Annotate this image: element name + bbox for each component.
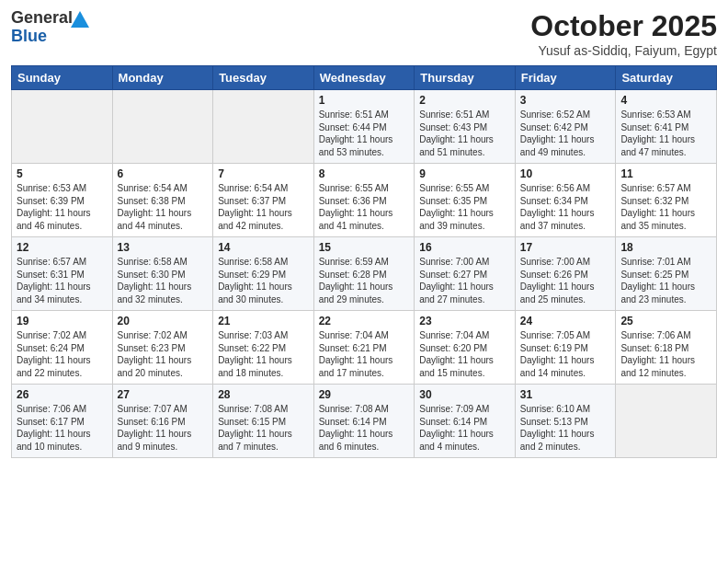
day-number: 23 [419,315,510,327]
week-row-4: 19Sunrise: 7:02 AM Sunset: 6:24 PM Dayli… [12,311,717,385]
day-number: 4 [620,94,711,107]
day-number: 16 [419,241,510,254]
day-number: 31 [520,388,611,401]
day-cell [112,90,213,164]
week-row-1: 1Sunrise: 6:51 AM Sunset: 6:44 PM Daylig… [12,90,717,164]
day-number: 27 [118,388,209,401]
day-info: Sunrise: 6:57 AM Sunset: 6:32 PM Dayligh… [620,183,695,231]
day-info: Sunrise: 6:58 AM Sunset: 6:30 PM Dayligh… [118,257,192,304]
day-info: Sunrise: 7:05 AM Sunset: 6:19 PM Dayligh… [520,330,595,378]
day-info: Sunrise: 6:56 AM Sunset: 6:34 PM Dayligh… [520,183,595,231]
day-cell: 16Sunrise: 7:00 AM Sunset: 6:27 PM Dayli… [415,237,516,311]
day-cell: 7Sunrise: 6:54 AM Sunset: 6:37 PM Daylig… [213,164,314,237]
day-info: Sunrise: 7:07 AM Sunset: 6:16 PM Dayligh… [118,404,192,452]
day-info: Sunrise: 7:08 AM Sunset: 6:15 PM Dayligh… [218,404,292,452]
day-info: Sunrise: 7:04 AM Sunset: 6:20 PM Dayligh… [419,330,494,378]
day-number: 5 [17,167,108,180]
day-info: Sunrise: 6:54 AM Sunset: 6:37 PM Dayligh… [218,183,292,231]
day-cell: 30Sunrise: 7:09 AM Sunset: 6:14 PM Dayli… [415,385,516,458]
day-cell: 19Sunrise: 7:02 AM Sunset: 6:24 PM Dayli… [12,311,113,385]
day-cell [12,90,113,164]
day-cell: 12Sunrise: 6:57 AM Sunset: 6:31 PM Dayli… [12,237,113,311]
day-number: 17 [520,241,611,254]
day-cell: 8Sunrise: 6:55 AM Sunset: 6:36 PM Daylig… [313,164,415,237]
day-number: 25 [620,315,711,327]
day-info: Sunrise: 7:00 AM Sunset: 6:26 PM Dayligh… [520,257,595,304]
day-info: Sunrise: 7:08 AM Sunset: 6:14 PM Dayligh… [319,404,393,452]
week-row-5: 26Sunrise: 7:06 AM Sunset: 6:17 PM Dayli… [12,385,717,458]
week-row-2: 5Sunrise: 6:53 AM Sunset: 6:39 PM Daylig… [12,164,717,237]
day-cell: 27Sunrise: 7:07 AM Sunset: 6:16 PM Dayli… [112,385,213,458]
day-number: 9 [419,167,510,180]
day-cell: 25Sunrise: 7:06 AM Sunset: 6:18 PM Dayli… [616,311,717,385]
day-cell: 3Sunrise: 6:52 AM Sunset: 6:42 PM Daylig… [515,90,616,164]
day-cell: 18Sunrise: 7:01 AM Sunset: 6:25 PM Dayli… [616,237,717,311]
day-number: 14 [218,241,309,254]
day-cell: 21Sunrise: 7:03 AM Sunset: 6:22 PM Dayli… [213,311,314,385]
day-cell: 14Sunrise: 6:58 AM Sunset: 6:29 PM Dayli… [213,237,314,311]
page-container: General Blue October 2025 Yusuf as-Siddi… [0,0,728,467]
logo: General Blue [11,9,73,46]
day-info: Sunrise: 6:55 AM Sunset: 6:35 PM Dayligh… [419,183,494,231]
day-number: 15 [319,241,410,254]
day-number: 24 [520,315,611,327]
calendar-table: SundayMondayTuesdayWednesdayThursdayFrid… [11,65,717,458]
day-info: Sunrise: 6:58 AM Sunset: 6:29 PM Dayligh… [218,257,292,304]
day-info: Sunrise: 6:51 AM Sunset: 6:43 PM Dayligh… [419,109,494,157]
day-info: Sunrise: 7:03 AM Sunset: 6:22 PM Dayligh… [218,330,292,378]
day-number: 22 [319,315,410,327]
col-header-wednesday: Wednesday [313,66,415,90]
day-cell: 11Sunrise: 6:57 AM Sunset: 6:32 PM Dayli… [616,164,717,237]
day-cell [213,90,314,164]
day-cell: 5Sunrise: 6:53 AM Sunset: 6:39 PM Daylig… [12,164,113,237]
day-info: Sunrise: 7:06 AM Sunset: 6:18 PM Dayligh… [620,330,695,378]
day-cell: 26Sunrise: 7:06 AM Sunset: 6:17 PM Dayli… [12,385,113,458]
day-cell: 13Sunrise: 6:58 AM Sunset: 6:30 PM Dayli… [112,237,213,311]
day-info: Sunrise: 6:57 AM Sunset: 6:31 PM Dayligh… [17,257,91,304]
day-info: Sunrise: 6:52 AM Sunset: 6:42 PM Dayligh… [520,109,595,157]
day-cell: 20Sunrise: 7:02 AM Sunset: 6:23 PM Dayli… [112,311,213,385]
day-cell: 22Sunrise: 7:04 AM Sunset: 6:21 PM Dayli… [313,311,415,385]
day-number: 6 [118,167,209,180]
day-info: Sunrise: 7:04 AM Sunset: 6:21 PM Dayligh… [319,330,393,378]
day-info: Sunrise: 6:59 AM Sunset: 6:28 PM Dayligh… [319,257,393,304]
day-number: 1 [319,94,410,107]
day-cell: 29Sunrise: 7:08 AM Sunset: 6:14 PM Dayli… [313,385,415,458]
day-info: Sunrise: 7:00 AM Sunset: 6:27 PM Dayligh… [419,257,494,304]
day-cell: 10Sunrise: 6:56 AM Sunset: 6:34 PM Dayli… [515,164,616,237]
day-number: 3 [520,94,611,107]
day-cell: 1Sunrise: 6:51 AM Sunset: 6:44 PM Daylig… [313,90,415,164]
day-info: Sunrise: 6:53 AM Sunset: 6:39 PM Dayligh… [17,183,91,231]
day-cell [616,385,717,458]
day-number: 19 [17,315,108,327]
day-cell: 24Sunrise: 7:05 AM Sunset: 6:19 PM Dayli… [515,311,616,385]
day-number: 26 [17,388,108,401]
day-info: Sunrise: 6:51 AM Sunset: 6:44 PM Dayligh… [319,109,393,157]
header-row: SundayMondayTuesdayWednesdayThursdayFrid… [12,66,717,90]
logo-text: General Blue [11,9,73,46]
col-header-thursday: Thursday [415,66,516,90]
subtitle: Yusuf as-Siddiq, Faiyum, Egypt [530,43,717,58]
header: General Blue October 2025 Yusuf as-Siddi… [11,9,717,58]
day-number: 7 [218,167,309,180]
day-info: Sunrise: 6:10 AM Sunset: 5:13 PM Dayligh… [520,404,595,452]
day-info: Sunrise: 7:02 AM Sunset: 6:23 PM Dayligh… [118,330,192,378]
day-cell: 4Sunrise: 6:53 AM Sunset: 6:41 PM Daylig… [616,90,717,164]
day-number: 12 [17,241,108,254]
day-cell: 17Sunrise: 7:00 AM Sunset: 6:26 PM Dayli… [515,237,616,311]
title-area: October 2025 Yusuf as-Siddiq, Faiyum, Eg… [530,9,717,58]
month-title: October 2025 [530,9,717,43]
day-number: 8 [319,167,410,180]
logo-icon [71,11,89,31]
day-cell: 9Sunrise: 6:55 AM Sunset: 6:35 PM Daylig… [415,164,516,237]
day-info: Sunrise: 7:01 AM Sunset: 6:25 PM Dayligh… [620,257,695,304]
day-cell: 28Sunrise: 7:08 AM Sunset: 6:15 PM Dayli… [213,385,314,458]
day-cell: 23Sunrise: 7:04 AM Sunset: 6:20 PM Dayli… [415,311,516,385]
week-row-3: 12Sunrise: 6:57 AM Sunset: 6:31 PM Dayli… [12,237,717,311]
col-header-tuesday: Tuesday [213,66,314,90]
day-cell: 31Sunrise: 6:10 AM Sunset: 5:13 PM Dayli… [515,385,616,458]
day-number: 20 [118,315,209,327]
col-header-monday: Monday [112,66,213,90]
day-number: 11 [620,167,711,180]
day-cell: 6Sunrise: 6:54 AM Sunset: 6:38 PM Daylig… [112,164,213,237]
